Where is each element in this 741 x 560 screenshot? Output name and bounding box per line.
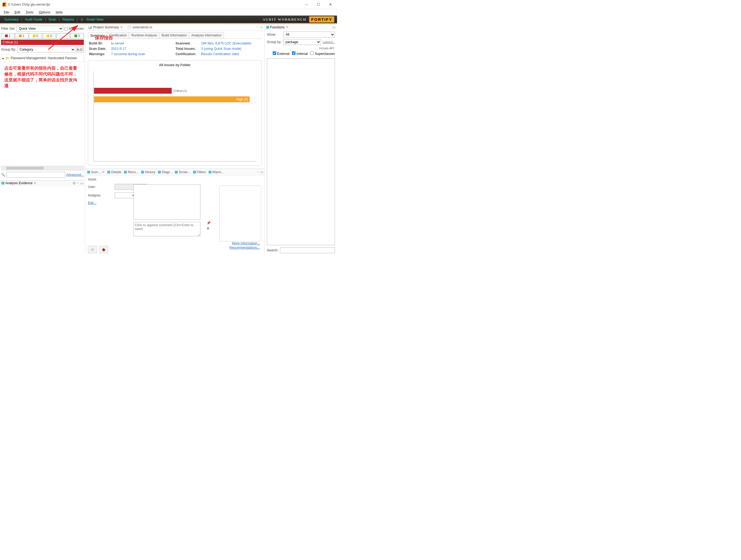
func-groupby-select[interactable]: package (283, 39, 321, 45)
my-issues-checkbox[interactable] (64, 27, 68, 30)
show-select[interactable]: All (283, 31, 335, 37)
sev-critical[interactable]: 1 (1, 33, 14, 38)
horizontal-scrollbar[interactable] (1, 166, 84, 170)
func-search-input[interactable] (280, 247, 335, 253)
pane-maximize-icon[interactable]: ▭ (260, 170, 263, 174)
critical-header[interactable]: Critical (1) (1, 39, 84, 45)
tab-icon (141, 171, 144, 173)
menu-options[interactable]: Options (37, 10, 53, 15)
analysis-select[interactable] (115, 192, 136, 198)
sev-high[interactable]: 2 (15, 33, 28, 38)
total-issues-value: 3 (using Quick Scan mode) (201, 47, 261, 51)
filter-set-select[interactable]: Quick View (17, 26, 63, 31)
x-axis (93, 161, 256, 161)
subtab-build[interactable]: Build Information (159, 32, 189, 38)
internal-check[interactable]: Internal (292, 52, 308, 56)
sev-all[interactable]: 3 (70, 33, 84, 38)
menu-tools[interactable]: Tools (23, 10, 36, 15)
close-button[interactable]: ✕ (327, 2, 334, 7)
info-side-panel (219, 185, 261, 241)
btab-summary[interactable]: Sum...✕ (86, 169, 106, 174)
left-panel: Filter Set: Quick View My Issues 1 2 0 0… (0, 24, 85, 255)
sev-more[interactable]: ... (57, 33, 70, 38)
toolbar-reports[interactable]: Reports (61, 18, 76, 21)
minimize-icon[interactable]: ▫ (77, 181, 78, 185)
subtab-certification[interactable]: Certification (107, 32, 129, 38)
analysis-label: Analysis: (88, 193, 112, 197)
bar-critical (94, 88, 172, 94)
functions-close-icon[interactable]: ✕ (285, 25, 288, 29)
maximize-icon[interactable]: ▭ (80, 181, 83, 185)
scanned-label: Scanned: (176, 42, 196, 45)
recommendations-link[interactable]: Recommendations... (229, 246, 260, 249)
pane-minimize-icon[interactable]: ▫ (258, 170, 259, 174)
search-input[interactable] (6, 172, 65, 178)
delete-icon[interactable]: ✖ (207, 227, 211, 231)
sev-low[interactable]: 0 (43, 33, 56, 38)
gear-icon[interactable]: ⚙ (73, 181, 76, 185)
groupby-select[interactable]: Category (17, 47, 75, 53)
tab-project-summary[interactable]: 📊 Project Summary ✕ (87, 25, 124, 30)
sort-button[interactable]: A↓Z↑ (76, 47, 84, 53)
toolbar-scan[interactable]: Scan (47, 18, 58, 21)
brand-text: AUDIT WORKBENCH (263, 17, 307, 22)
titlebar: C:\Users O\Ap gtu-server.fpr ─ ☐ ✕ (0, 0, 337, 9)
comment-textarea[interactable] (133, 222, 200, 236)
issue-tree[interactable]: ▸ 📁 Password Management: Hardcoded Passw… (1, 54, 84, 62)
super-check[interactable]: Superclasses (310, 52, 335, 56)
scan-date-value: 2021-5-17 (111, 47, 171, 51)
window-title: C:\Users O\Ap gtu-server.fpr (8, 3, 303, 6)
btab-recommendations[interactable]: Reco... (123, 170, 140, 174)
file-icon: 📄 (127, 25, 132, 29)
legend-link[interactable]: Legend... (323, 41, 335, 44)
notes-textarea[interactable] (133, 184, 200, 220)
delete-button[interactable]: ✖ (88, 246, 97, 253)
more-info-link[interactable]: More Information... (229, 241, 260, 245)
app-icon (2, 2, 6, 7)
minimize-button[interactable]: ─ (303, 2, 310, 7)
pane-maximize-icon[interactable]: ▭ (260, 25, 263, 29)
evidence-close-icon[interactable]: ✕ (33, 181, 37, 185)
btab-history[interactable]: History (140, 170, 156, 174)
tab-icon (175, 171, 178, 173)
expand-icon[interactable]: ▸ (2, 56, 4, 60)
btab-details[interactable]: Details (106, 170, 122, 174)
tab-icon (209, 171, 211, 173)
menu-edit[interactable]: Edit (12, 10, 22, 15)
functions-list[interactable] (267, 58, 335, 245)
tab-externalinfo[interactable]: 📄 extenalinfo.ts (126, 25, 153, 30)
menu-help[interactable]: Help (54, 10, 65, 15)
subtab-analysis[interactable]: Analysis Information (189, 32, 224, 38)
toolbar-smart-view[interactable]: Smart View (85, 18, 105, 21)
scan-date-label: Scan Date: (89, 47, 106, 51)
menu-file[interactable]: File (2, 10, 11, 15)
btab-screenshot[interactable]: Scree... (174, 170, 191, 174)
groupby-label: Group By: (1, 48, 16, 52)
sev-medium[interactable]: 0 (29, 33, 42, 38)
btab-filters[interactable]: Filters (192, 170, 207, 174)
toolbar-summary[interactable]: Summary (3, 18, 20, 21)
pane-maximize-icon[interactable]: ▭ (332, 25, 335, 29)
severity-boxes: 1 2 0 0 ... 3 (1, 33, 84, 39)
subtab-runtime[interactable]: Runtime Analysis (129, 32, 159, 38)
certification-value: Results Certification Valid (201, 52, 261, 56)
btab-warnings[interactable]: Warni... (208, 170, 225, 174)
maximize-button[interactable]: ☐ (315, 2, 322, 7)
tab-icon (124, 171, 127, 173)
external-check[interactable]: External (273, 52, 289, 56)
tab-close-icon[interactable]: ✕ (102, 170, 105, 174)
pin-icon[interactable]: 📌 (207, 221, 211, 225)
edit-link[interactable]: Edit... (88, 201, 96, 205)
pane-minimize-icon[interactable]: ▫ (257, 25, 258, 29)
project-summary-panel: Summary Certification Runtime Analysis B… (85, 30, 264, 169)
advanced-link[interactable]: Advanced... (66, 173, 84, 177)
bug-button[interactable]: 🐞 (99, 246, 108, 253)
btab-diagram[interactable]: Diagr... (157, 170, 174, 174)
tab-close-icon[interactable]: ✕ (120, 25, 123, 29)
tree-item-label: Password Management: Hardcoded Passwo (11, 56, 77, 60)
scanned-value: 194 files, 6,675 LOC (Executable) (201, 42, 261, 45)
functions-title: Functions (270, 25, 284, 29)
toolbar-audit-guide[interactable]: Audit Guide (23, 18, 44, 21)
subtab-summary[interactable]: Summary (88, 32, 107, 39)
warnings-value: 7 occurred during scan (111, 52, 171, 56)
